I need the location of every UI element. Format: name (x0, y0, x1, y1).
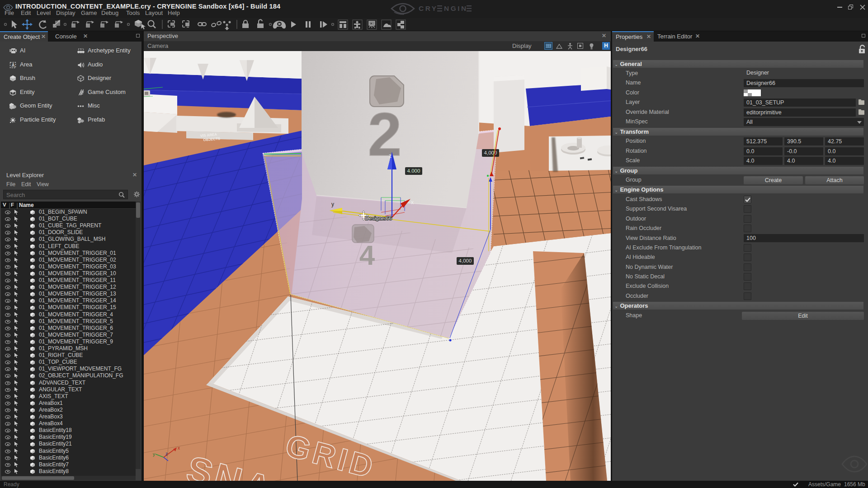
svg-text:x: x (411, 199, 414, 206)
svg-text:CRY: CRY (419, 5, 438, 12)
svg-text:Designer66: Designer66 (365, 216, 392, 221)
svg-text:z: z (165, 451, 168, 456)
svg-text:A: A (12, 63, 15, 68)
svg-text:y: y (331, 201, 334, 207)
svg-text:y: y (153, 452, 155, 457)
svg-text:x: x (178, 446, 180, 450)
svg-text:NGIN: NGIN (444, 5, 468, 12)
svg-text:4.000: 4.000 (407, 168, 420, 174)
svg-text:4: 4 (359, 239, 375, 271)
svg-text:2: 2 (368, 100, 401, 169)
svg-text:4,000: 4,000 (459, 258, 472, 263)
svg-text:z: z (389, 153, 392, 159)
